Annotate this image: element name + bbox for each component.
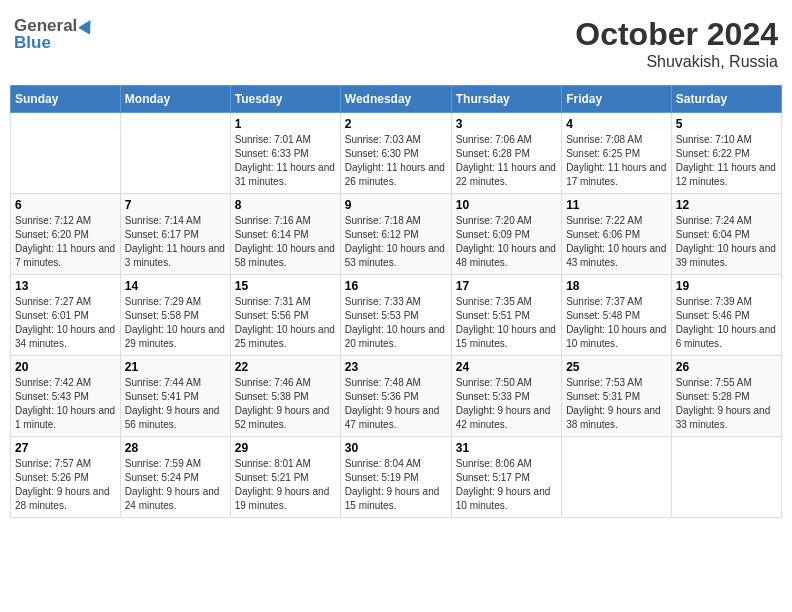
calendar-cell: 11Sunrise: 7:22 AM Sunset: 6:06 PM Dayli…: [562, 194, 672, 275]
day-detail: Sunrise: 8:06 AM Sunset: 5:17 PM Dayligh…: [456, 457, 557, 513]
day-detail: Sunrise: 7:46 AM Sunset: 5:38 PM Dayligh…: [235, 376, 336, 432]
calendar-cell: 1Sunrise: 7:01 AM Sunset: 6:33 PM Daylig…: [230, 113, 340, 194]
day-number: 30: [345, 441, 447, 455]
day-number: 23: [345, 360, 447, 374]
logo-blue: Blue: [14, 33, 51, 52]
calendar-cell: 8Sunrise: 7:16 AM Sunset: 6:14 PM Daylig…: [230, 194, 340, 275]
calendar-title: October 2024: [575, 16, 778, 53]
calendar-cell: 7Sunrise: 7:14 AM Sunset: 6:17 PM Daylig…: [120, 194, 230, 275]
calendar-cell: 6Sunrise: 7:12 AM Sunset: 6:20 PM Daylig…: [11, 194, 121, 275]
calendar-cell: 24Sunrise: 7:50 AM Sunset: 5:33 PM Dayli…: [451, 356, 561, 437]
day-number: 29: [235, 441, 336, 455]
day-detail: Sunrise: 7:59 AM Sunset: 5:24 PM Dayligh…: [125, 457, 226, 513]
calendar-cell: 3Sunrise: 7:06 AM Sunset: 6:28 PM Daylig…: [451, 113, 561, 194]
logo-general: General: [14, 17, 77, 34]
day-detail: Sunrise: 7:12 AM Sunset: 6:20 PM Dayligh…: [15, 214, 116, 270]
day-detail: Sunrise: 7:55 AM Sunset: 5:28 PM Dayligh…: [676, 376, 777, 432]
day-detail: Sunrise: 7:06 AM Sunset: 6:28 PM Dayligh…: [456, 133, 557, 189]
logo-triangle-icon: [79, 16, 95, 34]
day-number: 25: [566, 360, 667, 374]
day-detail: Sunrise: 7:50 AM Sunset: 5:33 PM Dayligh…: [456, 376, 557, 432]
calendar-cell: [120, 113, 230, 194]
day-detail: Sunrise: 7:37 AM Sunset: 5:48 PM Dayligh…: [566, 295, 667, 351]
calendar-cell: [11, 113, 121, 194]
calendar-header-row: SundayMondayTuesdayWednesdayThursdayFrid…: [11, 86, 782, 113]
day-detail: Sunrise: 7:57 AM Sunset: 5:26 PM Dayligh…: [15, 457, 116, 513]
weekday-header-tuesday: Tuesday: [230, 86, 340, 113]
day-number: 11: [566, 198, 667, 212]
calendar-cell: 13Sunrise: 7:27 AM Sunset: 6:01 PM Dayli…: [11, 275, 121, 356]
calendar-cell: 17Sunrise: 7:35 AM Sunset: 5:51 PM Dayli…: [451, 275, 561, 356]
day-number: 17: [456, 279, 557, 293]
day-number: 31: [456, 441, 557, 455]
day-detail: Sunrise: 7:14 AM Sunset: 6:17 PM Dayligh…: [125, 214, 226, 270]
weekday-header-thursday: Thursday: [451, 86, 561, 113]
calendar-cell: 20Sunrise: 7:42 AM Sunset: 5:43 PM Dayli…: [11, 356, 121, 437]
day-detail: Sunrise: 7:01 AM Sunset: 6:33 PM Dayligh…: [235, 133, 336, 189]
day-detail: Sunrise: 7:53 AM Sunset: 5:31 PM Dayligh…: [566, 376, 667, 432]
day-detail: Sunrise: 7:33 AM Sunset: 5:53 PM Dayligh…: [345, 295, 447, 351]
calendar-cell: 22Sunrise: 7:46 AM Sunset: 5:38 PM Dayli…: [230, 356, 340, 437]
day-number: 26: [676, 360, 777, 374]
svg-marker-0: [79, 18, 95, 34]
day-detail: Sunrise: 7:35 AM Sunset: 5:51 PM Dayligh…: [456, 295, 557, 351]
day-number: 4: [566, 117, 667, 131]
calendar-cell: 14Sunrise: 7:29 AM Sunset: 5:58 PM Dayli…: [120, 275, 230, 356]
calendar-cell: 15Sunrise: 7:31 AM Sunset: 5:56 PM Dayli…: [230, 275, 340, 356]
day-number: 28: [125, 441, 226, 455]
weekday-header-monday: Monday: [120, 86, 230, 113]
calendar-cell: 12Sunrise: 7:24 AM Sunset: 6:04 PM Dayli…: [671, 194, 781, 275]
day-number: 21: [125, 360, 226, 374]
day-number: 2: [345, 117, 447, 131]
day-number: 16: [345, 279, 447, 293]
day-detail: Sunrise: 7:31 AM Sunset: 5:56 PM Dayligh…: [235, 295, 336, 351]
calendar-cell: 2Sunrise: 7:03 AM Sunset: 6:30 PM Daylig…: [340, 113, 451, 194]
day-number: 15: [235, 279, 336, 293]
calendar-cell: [562, 437, 672, 518]
day-number: 5: [676, 117, 777, 131]
day-detail: Sunrise: 7:20 AM Sunset: 6:09 PM Dayligh…: [456, 214, 557, 270]
calendar-cell: 31Sunrise: 8:06 AM Sunset: 5:17 PM Dayli…: [451, 437, 561, 518]
weekday-header-friday: Friday: [562, 86, 672, 113]
page-header: General Blue October 2024 Shuvakish, Rus…: [10, 10, 782, 77]
calendar-cell: 9Sunrise: 7:18 AM Sunset: 6:12 PM Daylig…: [340, 194, 451, 275]
day-detail: Sunrise: 7:10 AM Sunset: 6:22 PM Dayligh…: [676, 133, 777, 189]
calendar-cell: 23Sunrise: 7:48 AM Sunset: 5:36 PM Dayli…: [340, 356, 451, 437]
weekday-header-wednesday: Wednesday: [340, 86, 451, 113]
calendar-week-row: 1Sunrise: 7:01 AM Sunset: 6:33 PM Daylig…: [11, 113, 782, 194]
day-detail: Sunrise: 7:03 AM Sunset: 6:30 PM Dayligh…: [345, 133, 447, 189]
day-detail: Sunrise: 7:08 AM Sunset: 6:25 PM Dayligh…: [566, 133, 667, 189]
day-number: 13: [15, 279, 116, 293]
day-detail: Sunrise: 7:16 AM Sunset: 6:14 PM Dayligh…: [235, 214, 336, 270]
day-number: 12: [676, 198, 777, 212]
day-number: 8: [235, 198, 336, 212]
calendar-cell: 29Sunrise: 8:01 AM Sunset: 5:21 PM Dayli…: [230, 437, 340, 518]
day-number: 3: [456, 117, 557, 131]
day-number: 9: [345, 198, 447, 212]
day-number: 20: [15, 360, 116, 374]
weekday-header-saturday: Saturday: [671, 86, 781, 113]
day-number: 6: [15, 198, 116, 212]
calendar-cell: 25Sunrise: 7:53 AM Sunset: 5:31 PM Dayli…: [562, 356, 672, 437]
day-detail: Sunrise: 7:29 AM Sunset: 5:58 PM Dayligh…: [125, 295, 226, 351]
calendar-location: Shuvakish, Russia: [575, 53, 778, 71]
day-detail: Sunrise: 8:01 AM Sunset: 5:21 PM Dayligh…: [235, 457, 336, 513]
day-number: 24: [456, 360, 557, 374]
day-number: 18: [566, 279, 667, 293]
weekday-header-sunday: Sunday: [11, 86, 121, 113]
day-detail: Sunrise: 7:48 AM Sunset: 5:36 PM Dayligh…: [345, 376, 447, 432]
day-detail: Sunrise: 7:42 AM Sunset: 5:43 PM Dayligh…: [15, 376, 116, 432]
day-number: 7: [125, 198, 226, 212]
calendar-cell: 19Sunrise: 7:39 AM Sunset: 5:46 PM Dayli…: [671, 275, 781, 356]
calendar-cell: 30Sunrise: 8:04 AM Sunset: 5:19 PM Dayli…: [340, 437, 451, 518]
day-number: 19: [676, 279, 777, 293]
day-number: 27: [15, 441, 116, 455]
calendar-cell: 26Sunrise: 7:55 AM Sunset: 5:28 PM Dayli…: [671, 356, 781, 437]
logo: General Blue: [14, 16, 95, 52]
calendar-cell: 16Sunrise: 7:33 AM Sunset: 5:53 PM Dayli…: [340, 275, 451, 356]
day-number: 10: [456, 198, 557, 212]
day-detail: Sunrise: 7:39 AM Sunset: 5:46 PM Dayligh…: [676, 295, 777, 351]
calendar-cell: 5Sunrise: 7:10 AM Sunset: 6:22 PM Daylig…: [671, 113, 781, 194]
calendar-cell: 28Sunrise: 7:59 AM Sunset: 5:24 PM Dayli…: [120, 437, 230, 518]
day-detail: Sunrise: 7:27 AM Sunset: 6:01 PM Dayligh…: [15, 295, 116, 351]
